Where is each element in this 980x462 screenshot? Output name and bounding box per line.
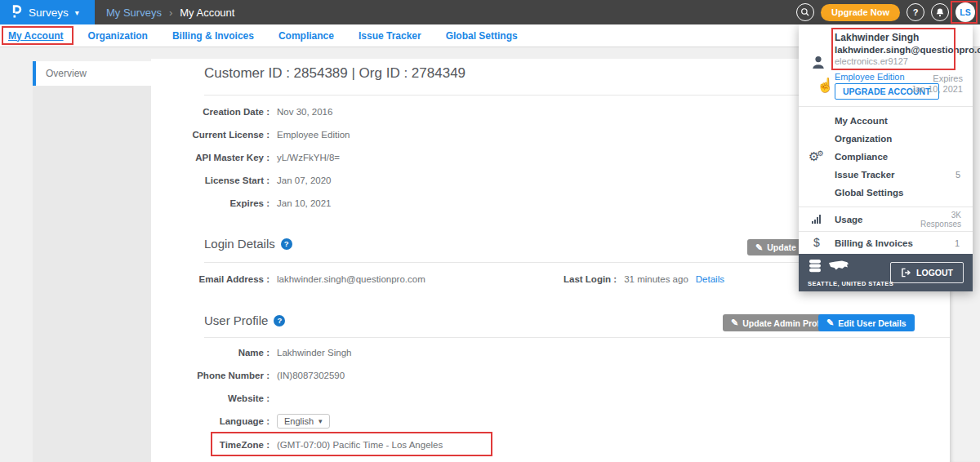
menu-item-billing-invoices[interactable]: $ Billing & Invoices 1 bbox=[799, 231, 973, 254]
dropdown-user-email: lakhwinder.singh@questionpro.com bbox=[835, 44, 980, 56]
menu-item-compliance[interactable]: Compliance bbox=[799, 148, 973, 166]
edit-user-details-button[interactable]: ✎ Edit User Details bbox=[818, 314, 915, 331]
user-avatar[interactable]: LS bbox=[956, 2, 975, 22]
menu-item-usage[interactable]: Usage 3K Responses bbox=[799, 207, 973, 231]
field-value: Lakhwinder Singh bbox=[277, 348, 351, 358]
usage-count: 3K Responses bbox=[920, 211, 961, 229]
tab-billing-invoices[interactable]: Billing & Invoices bbox=[172, 30, 254, 42]
user-profile-title: User Profile bbox=[204, 313, 268, 327]
menu-item-organization[interactable]: Organization bbox=[799, 130, 973, 148]
field-value: Jan 07, 2020 bbox=[277, 175, 332, 185]
datacenter-location: SEATTLE, UNITED STATES bbox=[808, 280, 893, 287]
top-navbar: Surveys ▾ My Surveys › My Account Upgrad… bbox=[0, 0, 980, 24]
breadcrumb-current: My Account bbox=[180, 7, 234, 19]
login-details-heading: Login Details ? bbox=[204, 237, 292, 251]
user-profile-heading: User Profile ? bbox=[204, 313, 285, 327]
notifications-bell-icon[interactable] bbox=[931, 3, 949, 21]
field-value: (GMT-07:00) Pacific Time - Los Angeles bbox=[277, 440, 443, 450]
logout-label: LOGOUT bbox=[916, 268, 953, 278]
dropdown-menu: ⚙⚙ My Account Organization Compliance Is… bbox=[799, 106, 973, 207]
license-expiry: Expires Jan 10, 2021 bbox=[911, 73, 963, 95]
field-label: Current License : bbox=[151, 130, 270, 140]
app-window: Surveys ▾ My Surveys › My Account Upgrad… bbox=[0, 0, 980, 462]
usage-label: Usage bbox=[835, 215, 920, 224]
help-icon[interactable]: ? bbox=[906, 3, 924, 21]
usage-bars-icon bbox=[812, 215, 821, 224]
field-row-api-master-key: API Master Key : yL/WzFkYH/8= bbox=[151, 149, 340, 166]
user-profile-help-icon[interactable]: ? bbox=[274, 315, 285, 327]
language-select[interactable]: English ▾ bbox=[277, 414, 330, 429]
edit-icon: ✎ bbox=[731, 318, 738, 328]
tab-issue-tracker[interactable]: Issue Tracker bbox=[359, 30, 421, 42]
edition-link[interactable]: Employee Edition bbox=[835, 72, 905, 82]
field-label: Creation Date : bbox=[151, 107, 270, 117]
login-details-title: Login Details bbox=[204, 237, 275, 251]
field-value: lakhwinder.singh@questionpro.com bbox=[277, 274, 425, 284]
field-row-phone: Phone Number : (IN)8087302590 bbox=[151, 367, 345, 384]
server-database-icon bbox=[808, 259, 822, 277]
field-label: Expires : bbox=[151, 198, 270, 208]
page-title: Customer ID : 2854389 | Org ID : 2784349 bbox=[204, 65, 466, 82]
field-row-language: Language : English ▾ bbox=[151, 413, 330, 429]
dropdown-username: electronics.er9127 bbox=[835, 56, 980, 67]
product-label: Surveys bbox=[29, 7, 69, 19]
usa-map-icon bbox=[828, 260, 849, 275]
last-login-value: 31 minutes ago bbox=[624, 274, 688, 284]
tab-global-settings[interactable]: Global Settings bbox=[446, 30, 518, 42]
search-icon[interactable] bbox=[796, 3, 814, 21]
logout-button[interactable]: LOGOUT bbox=[890, 262, 964, 283]
breadcrumb-my-surveys[interactable]: My Surveys bbox=[106, 7, 162, 19]
field-label: Email Address : bbox=[151, 274, 270, 284]
field-row-email-address: Email Address : lakhwinder.singh@questio… bbox=[151, 271, 425, 287]
sidebar-panel bbox=[33, 86, 151, 462]
settings-gears-icon: ⚙⚙ bbox=[808, 149, 824, 164]
chevron-down-icon: ▾ bbox=[75, 8, 79, 17]
field-label: API Master Key : bbox=[151, 153, 270, 162]
field-row-timezone: TimeZone : (GMT-07:00) Pacific Time - Lo… bbox=[151, 437, 443, 453]
product-switcher[interactable]: Surveys ▾ bbox=[0, 0, 95, 24]
tab-compliance[interactable]: Compliance bbox=[278, 30, 334, 42]
field-row-expires: Expires : Jan 10, 2021 bbox=[151, 195, 332, 211]
last-login-label: Last Login : bbox=[564, 274, 617, 284]
logout-icon bbox=[901, 268, 911, 278]
tab-my-account[interactable]: My Account bbox=[8, 30, 64, 42]
breadcrumb-separator-icon: › bbox=[169, 7, 172, 19]
field-label: TimeZone : bbox=[151, 440, 270, 450]
login-details-help-icon[interactable]: ? bbox=[281, 238, 292, 250]
edit-icon: ✎ bbox=[826, 318, 834, 328]
breadcrumb: My Surveys › My Account bbox=[106, 0, 234, 24]
field-row-license-start: License Start : Jan 07, 2020 bbox=[151, 172, 332, 189]
field-value: Employee Edition bbox=[277, 130, 350, 140]
questionpro-logo-icon bbox=[11, 3, 23, 22]
divider bbox=[204, 337, 950, 338]
upgrade-now-button[interactable]: Upgrade Now bbox=[821, 4, 900, 21]
expires-label: Expires bbox=[911, 73, 963, 84]
menu-item-issue-tracker[interactable]: Issue Tracker 5 bbox=[799, 166, 973, 184]
topbar-actions: Upgrade Now ? LS bbox=[796, 0, 975, 24]
edit-icon: ✎ bbox=[755, 242, 763, 253]
last-login-details-link[interactable]: Details bbox=[696, 274, 724, 284]
field-row-name: Name : Lakhwinder Singh bbox=[151, 344, 351, 361]
tab-organization[interactable]: Organization bbox=[88, 30, 148, 42]
field-label: Name : bbox=[151, 348, 270, 358]
field-row-website: Website : bbox=[151, 390, 277, 406]
sidebar-overview-label: Overview bbox=[46, 68, 87, 79]
sidebar-item-overview[interactable]: Overview bbox=[33, 61, 151, 86]
user-dropdown-panel: Lakhwinder Singh lakhwinder.singh@questi… bbox=[799, 24, 973, 291]
dropdown-user-section: Lakhwinder Singh lakhwinder.singh@questi… bbox=[799, 24, 973, 106]
field-row-current-license: Current License : Employee Edition bbox=[151, 127, 350, 143]
menu-item-global-settings[interactable]: Global Settings bbox=[799, 184, 973, 202]
field-label: License Start : bbox=[151, 175, 270, 185]
field-label: Phone Number : bbox=[151, 371, 270, 380]
dropdown-user-info: Lakhwinder Singh lakhwinder.singh@questi… bbox=[835, 32, 980, 67]
field-value: (IN)8087302590 bbox=[277, 371, 345, 380]
dropdown-footer: SEATTLE, UNITED STATES LOGOUT bbox=[799, 254, 973, 291]
field-value: Nov 30, 2016 bbox=[277, 107, 332, 117]
left-sidebar: Overview bbox=[33, 61, 151, 462]
edit-user-details-label: Edit User Details bbox=[838, 318, 906, 328]
field-label: Language : bbox=[151, 416, 270, 426]
expires-date: Jan 10, 2021 bbox=[911, 84, 963, 95]
field-value: yL/WzFkYH/8= bbox=[277, 153, 340, 162]
menu-item-my-account[interactable]: My Account bbox=[799, 112, 973, 130]
dollar-icon: $ bbox=[813, 236, 820, 249]
